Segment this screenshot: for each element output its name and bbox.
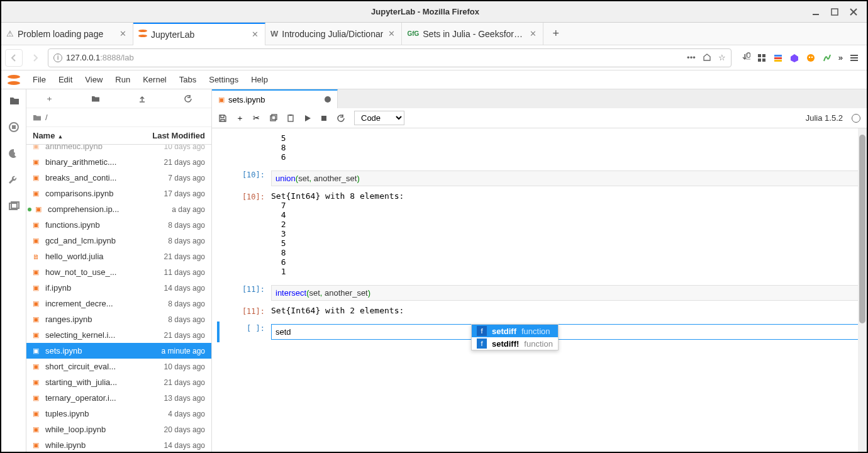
close-button[interactable]	[849, 8, 858, 16]
copy-icon[interactable]	[269, 114, 277, 123]
scrollbar-thumb[interactable]	[859, 135, 865, 323]
browser-tab[interactable]: GfGSets in Julia - GeeksforGe✕	[402, 23, 543, 45]
browser-tab[interactable]: JupyterLab✕	[133, 23, 265, 45]
file-row[interactable]: ▣ternary_operator.i...13 days ago	[26, 390, 211, 406]
new-tab-button[interactable]: +	[543, 27, 568, 40]
ext3-icon[interactable]	[789, 53, 799, 63]
file-name: while.ipynb	[45, 440, 160, 450]
notebook-tab[interactable]: ▣ sets.ipynb	[212, 89, 338, 108]
palette-icon[interactable]	[6, 146, 21, 161]
bookmark-icon[interactable]: ☆	[718, 53, 726, 62]
file-row[interactable]: ▣ranges.ipynb8 days ago	[26, 311, 211, 327]
file-row[interactable]: ▣sets.ipynba minute ago	[26, 343, 211, 359]
ext1-icon[interactable]	[757, 53, 767, 63]
menu-file[interactable]: File	[26, 75, 52, 84]
wrench-icon[interactable]	[6, 172, 21, 187]
file-name: breaks_and_conti...	[45, 173, 164, 182]
window-title: JupyterLab - Mozilla Firefox	[39, 7, 811, 16]
menu-tabs[interactable]: Tabs	[173, 75, 203, 84]
completion-item[interactable]: fsetdiff! function	[472, 337, 558, 350]
minimize-button[interactable]	[811, 8, 820, 16]
browser-tab[interactable]: ⚠Problem loading page✕	[1, 23, 133, 45]
file-row[interactable]: ▣how_not_to_use_...11 days ago	[26, 264, 211, 280]
file-row[interactable]: ▣comprehension.ip...a day ago	[26, 201, 211, 217]
close-icon[interactable]: ✕	[528, 28, 538, 40]
forward-button[interactable]	[26, 49, 44, 67]
running-icon[interactable]	[6, 120, 21, 135]
add-cell-icon[interactable]: ＋	[236, 113, 244, 124]
ext5-icon[interactable]	[822, 53, 832, 63]
more-icon[interactable]: •••	[687, 53, 696, 62]
file-row[interactable]: ▣arithmetic.ipynb10 days ago	[26, 145, 211, 154]
file-icon: ▣	[33, 189, 42, 198]
svg-rect-21	[12, 125, 16, 129]
site-info-icon[interactable]: i	[53, 53, 62, 62]
upload-icon[interactable]	[138, 94, 147, 103]
breadcrumb[interactable]: /	[26, 108, 211, 127]
menu-help[interactable]: Help	[245, 75, 274, 84]
new-launcher-icon[interactable]: ＋	[45, 93, 53, 104]
stop-icon[interactable]	[320, 115, 328, 122]
kernel-name[interactable]: Julia 1.5.2	[806, 113, 843, 123]
close-icon[interactable]: ✕	[118, 28, 128, 40]
file-row[interactable]: ▣short_circuit_eval...10 days ago	[26, 359, 211, 374]
url-bar[interactable]: i 127.0.0.1:8888/lab ••• ☆	[48, 48, 732, 67]
file-row[interactable]: ▣if.ipynb14 days ago	[26, 280, 211, 296]
back-button[interactable]	[5, 49, 23, 67]
file-row[interactable]: ▣tuples.ipynb4 days ago	[26, 406, 211, 422]
close-icon[interactable]: ✕	[250, 28, 260, 40]
file-modified: 4 days ago	[168, 410, 205, 418]
file-row[interactable]: ▣increment_decre...8 days ago	[26, 296, 211, 311]
paste-icon[interactable]	[286, 114, 295, 123]
file-row[interactable]: ▣functions.ipynb8 days ago	[26, 217, 211, 233]
ext4-icon[interactable]	[806, 53, 816, 63]
file-row[interactable]: ▣while_loop.ipynb20 days ago	[26, 422, 211, 437]
file-row[interactable]: 🗎hello_world.julia21 days ago	[26, 249, 211, 264]
file-modified: 8 days ago	[168, 299, 205, 308]
file-modified: 10 days ago	[164, 362, 205, 371]
tab-label: Sets in Julia - GeeksforGe	[423, 29, 525, 39]
jupyter-logo[interactable]	[1, 74, 26, 86]
cut-icon[interactable]: ✂	[253, 113, 260, 123]
menu-kernel[interactable]: Kernel	[136, 75, 173, 84]
svg-rect-12	[774, 60, 782, 62]
file-list-header[interactable]: Name▲ Last Modified	[26, 127, 211, 145]
menu-edit[interactable]: Edit	[52, 75, 79, 84]
file-row[interactable]: ▣selecting_kernel.i...21 days ago	[26, 327, 211, 343]
menu-view[interactable]: View	[79, 75, 109, 84]
file-row[interactable]: ▣breaks_and_conti...7 days ago	[26, 170, 211, 186]
file-row[interactable]: ▣comparisons.ipynb17 days ago	[26, 186, 211, 201]
save-icon[interactable]	[218, 114, 227, 123]
menu-run[interactable]: Run	[109, 75, 136, 84]
folder-icon[interactable]	[6, 93, 21, 108]
restart-icon[interactable]	[337, 114, 345, 123]
scrollbar[interactable]	[858, 128, 867, 452]
maximize-button[interactable]	[830, 8, 839, 16]
new-folder-icon[interactable]	[91, 94, 101, 103]
svg-rect-9	[762, 59, 765, 62]
file-row[interactable]: ▣gcd_and_lcm.ipynb8 days ago	[26, 233, 211, 249]
file-row[interactable]: ▣starting_with_julia...21 days ago	[26, 374, 211, 390]
code-cell-active[interactable]: setd	[271, 324, 862, 340]
warning-icon: ⚠	[6, 29, 14, 38]
menu-settings[interactable]: Settings	[203, 75, 245, 84]
reader-icon[interactable]	[702, 53, 712, 63]
cell-prompt-out: [11]:	[221, 305, 271, 320]
downloads-icon[interactable]: 0	[739, 52, 750, 64]
file-row[interactable]: ▣binary_arithmetic....21 days ago	[26, 154, 211, 170]
code-cell[interactable]: intersect(set, another_set)	[271, 285, 862, 301]
refresh-icon[interactable]	[184, 94, 192, 103]
code-cell[interactable]: union(set, another_set)	[271, 171, 862, 186]
kernel-status-icon[interactable]	[852, 114, 860, 123]
completion-item[interactable]: fsetdiff function	[472, 325, 558, 337]
svg-point-16	[811, 56, 813, 57]
browser-tab[interactable]: WIntroducing Julia/Dictionar✕	[265, 23, 402, 45]
close-icon[interactable]: ✕	[387, 28, 396, 40]
run-icon[interactable]	[304, 115, 311, 122]
file-row[interactable]: ▣while.ipynb14 days ago	[26, 437, 211, 452]
menu-icon[interactable]	[849, 53, 859, 63]
celltype-select[interactable]: Code	[354, 111, 404, 125]
tabs-icon[interactable]	[6, 199, 21, 214]
ext2-icon[interactable]	[773, 53, 783, 63]
overflow-icon[interactable]: »	[838, 53, 843, 62]
